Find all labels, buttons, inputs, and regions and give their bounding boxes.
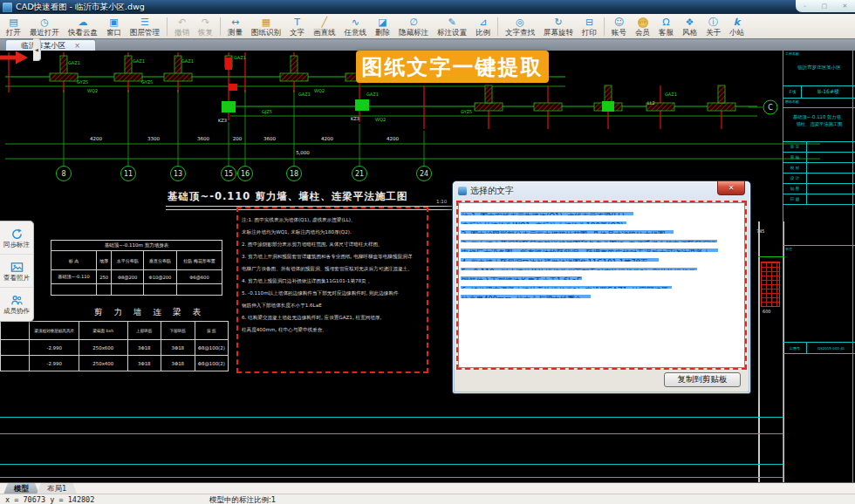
support-headset-icon: Ω	[662, 17, 669, 28]
freehand-line-button[interactable]: ∿任意线	[340, 15, 372, 38]
copy-to-clipboard-button[interactable]: 复制到剪贴板	[664, 372, 741, 387]
svg-text:WQ2: WQ2	[314, 88, 325, 93]
close-icon: ✕	[728, 185, 735, 192]
extracted-text-line: 6. 结构梁交混凝土墙处无边缘构件时, 应设置GAZ1, 柱宽同墙厚,	[461, 280, 742, 289]
document-tab[interactable]: 临沂市某小区 ×	[5, 39, 96, 51]
svg-text:WQ2: WQ2	[87, 88, 98, 93]
svg-text:16: 16	[241, 170, 250, 178]
extracted-text-line: 2. 图中涂阴影部分表示剪力墙暗柱范围, 具体尺寸详暗柱大样图。	[461, 224, 742, 234]
annotation-settings-button[interactable]: ✎标注设置	[433, 15, 471, 38]
sign-row: 日 期	[783, 194, 855, 205]
extracted-text-line: 4. 剪力墙上预留洞口边补强做法详图集11G101-1第78页 。	[461, 252, 742, 262]
svg-text:GAZ1: GAZ1	[665, 92, 677, 97]
svg-text:200: 200	[233, 136, 243, 141]
measure-icon: ↔	[231, 17, 239, 28]
account-button[interactable]: ☺账号	[607, 15, 631, 38]
close-icon[interactable]: ✕	[842, 3, 847, 10]
main-toolbar: ▤打开 ◷最近打开 ☁快看云盘 ▣窗口 ☰图层管理 ↶撤销 ↷恢复 ↔测量 ▦图…	[0, 14, 855, 39]
sheet-title-block: 工程名称 临沂市罗庄区某小区 子项 B-16#楼 图纸名称 基础顶~-0.110…	[783, 51, 855, 482]
extracted-text-line: 5. -0.110m以上墙体的边缘构件当下部无对应边缘构件时, 则此边缘构件	[461, 262, 742, 271]
open-button[interactable]: ▤打开	[2, 15, 25, 38]
redo-button[interactable]: ↷恢复	[194, 15, 217, 38]
cloud-icon: ☁	[79, 17, 88, 28]
vip-member-button[interactable]: VIP会员	[631, 15, 654, 38]
sign-row: 制 图	[783, 184, 855, 194]
annotation-settings-icon: ✎	[448, 17, 455, 28]
view-photos-button[interactable]: 查看照片	[0, 255, 33, 288]
svg-text:WQ2: WQ2	[375, 117, 386, 122]
text-search-button[interactable]: ◎文字查找	[501, 15, 539, 38]
account-icon: ☺	[614, 17, 624, 28]
dialog-icon	[458, 187, 467, 195]
maximize-icon[interactable]: ▢	[821, 3, 827, 10]
svg-text:3300: 3300	[147, 136, 160, 141]
wall-schedule-table: 基础顶~-0.110m 剪力墙身表 标 高 墙厚 水平分布筋 垂直分布筋 拉筋 …	[51, 240, 222, 296]
support-button[interactable]: Ω客服	[654, 15, 678, 38]
drawing-scale-note: 1:10	[436, 199, 447, 204]
sheet-name: 基础顶~-0.110 剪力墙、 墙柱、连梁平法施工图	[785, 113, 853, 127]
draw-line-button[interactable]: ╱画直线	[309, 15, 340, 38]
ksite-button[interactable]: k小站	[725, 15, 749, 38]
minimize-icon[interactable]: –	[804, 3, 807, 10]
vip-icon: VIP	[638, 17, 648, 28]
style-icon: ❖	[686, 17, 694, 28]
window-controls[interactable]: – ▢ ✕	[796, 0, 855, 12]
extracted-text-line: 未标注外墙均为WQ1, 未标注内墙均为180厚(Q2).	[461, 215, 742, 225]
screen-rotate-button[interactable]: ↻屏幕旋转	[539, 15, 578, 38]
window-button[interactable]: ▣窗口	[102, 15, 126, 38]
sync-annotation-button[interactable]: 同步标注	[0, 221, 33, 255]
annotation-scale-status: 模型中的标注比例:1	[209, 495, 276, 504]
side-tool-panel: 同步标注 查看照片 成员协作	[0, 221, 34, 322]
scale-ratio-icon: ⊿	[479, 17, 487, 28]
layout-tab-bar: 模型 布局1	[0, 482, 855, 494]
svg-text:5,000: 5,000	[296, 150, 310, 155]
dialog-title-bar[interactable]: 选择的文字	[453, 181, 750, 200]
screen-rotate-icon: ↻	[554, 17, 562, 28]
about-button[interactable]: ⓘ关于	[701, 15, 725, 38]
axis-dimensions: 4200 3300 3600 200 3600 4200 4200 5,000	[90, 136, 399, 155]
member-collaboration-button[interactable]: 成员协作	[0, 288, 33, 320]
text-search-icon: ◎	[516, 17, 524, 28]
wall-section-detail: 745 600	[758, 221, 784, 482]
sheet-frame-line	[0, 433, 783, 434]
toolbar-separator	[220, 17, 221, 36]
svg-text:GAZ1: GAZ1	[366, 92, 379, 97]
measure-button[interactable]: ↔测量	[223, 15, 247, 38]
sign-row: 审 核	[783, 153, 855, 163]
svg-text:3600: 3600	[263, 136, 276, 141]
wall-table-title: 基础顶~-0.110m 剪力墙身表	[51, 241, 222, 251]
delete-button[interactable]: ◪删除	[371, 15, 394, 38]
drawing-recognize-button[interactable]: ▦图纸识别	[247, 15, 285, 38]
extracted-text-line: 注:1. 图中实线表示为墙体(Q1), 虚线表示连梁(LL)。	[461, 206, 742, 215]
table-row	[51, 284, 222, 296]
scale-button[interactable]: ⊿比例	[471, 15, 495, 38]
layer-manager-button[interactable]: ☰图层管理	[126, 15, 164, 38]
cloud-drive-button[interactable]: ☁快看云盘	[64, 15, 102, 38]
selected-text-dialog: 选择的文字 ✕ 注:1. 图中实线表示为墙体(Q1), 虚线表示连梁(LL)。未…	[452, 180, 751, 394]
svg-text:13: 13	[174, 170, 182, 178]
extracted-text-area[interactable]: 注:1. 图中实线表示为墙体(Q1), 虚线表示连梁(LL)。未标注外墙均为WQ…	[458, 202, 745, 368]
draw-line-icon: ╱	[321, 17, 327, 28]
panel-collapse-handle[interactable]: ◀	[33, 38, 41, 61]
hide-annotation-button[interactable]: ∅隐藏标注	[394, 15, 433, 38]
text-button[interactable]: T文字	[285, 15, 309, 38]
redo-icon: ↷	[202, 17, 209, 28]
app-icon	[3, 3, 12, 12]
print-button[interactable]: ⊟打印	[578, 15, 601, 38]
recent-open-button[interactable]: ◷最近打开	[25, 15, 64, 38]
dialog-close-button[interactable]: ✕	[717, 181, 745, 195]
view-photos-icon	[10, 261, 24, 274]
sign-row: 校 对	[783, 163, 855, 174]
undo-button[interactable]: ↶撤销	[170, 15, 194, 38]
document-tab-label: 临沂市某小区	[21, 41, 65, 51]
style-button[interactable]: ❖风格	[678, 15, 701, 38]
table-row: -2.990 250x6003Φ18 3Φ18Φ8@100(2)	[1, 340, 229, 356]
svg-text:21: 21	[355, 170, 364, 178]
toolbar-separator	[497, 17, 498, 36]
svg-text:24: 24	[420, 170, 428, 178]
dialog-title: 选择的文字	[470, 185, 514, 197]
svg-text:15: 15	[224, 170, 233, 178]
sign-row: 设 计	[783, 174, 855, 184]
svg-text:GYZ5: GYZ5	[461, 109, 472, 114]
tab-close-icon[interactable]: ×	[74, 43, 80, 50]
